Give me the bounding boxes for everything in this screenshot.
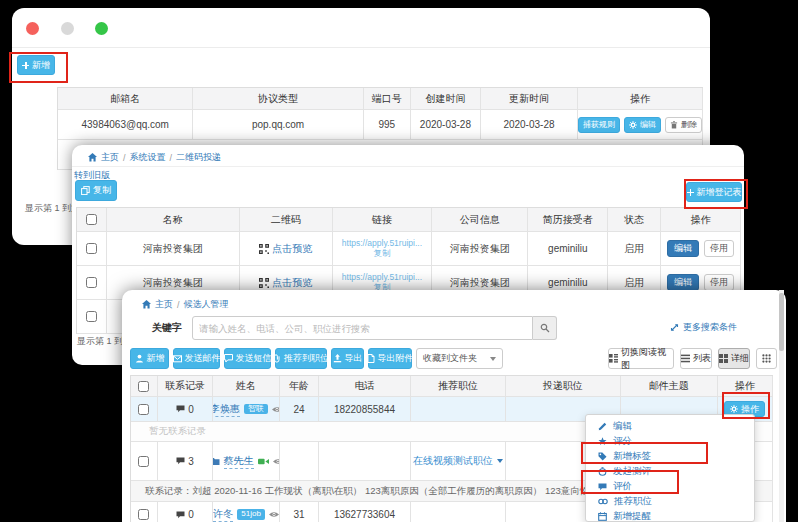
detail-view-button[interactable]: 详细 [718,348,750,369]
capture-rules-button[interactable]: 捕获规则 [578,117,620,133]
row-checkbox[interactable] [138,509,149,520]
row-actions-menu: 编辑 评分 新增标签 发起测评 评价 推荐职位 [585,414,755,522]
edit-button[interactable]: 编辑 [667,240,699,257]
contact-count-cell: 0 [158,502,213,522]
envelope-icon [173,355,182,363]
port-cell: 995 [364,110,411,140]
send-sms-button[interactable]: 发送短信 [224,348,271,369]
col-qrcode: 二维码 [240,208,333,232]
qr-preview-cell: 点击预览 [240,232,333,266]
col-mail-subject: 邮件主题 [621,376,718,397]
search-button[interactable] [533,316,557,340]
annotation-box-add-tag [581,442,708,464]
video-icon [258,458,269,465]
name-cell: 河南投资集团 [107,232,240,266]
chat-count-icon [176,405,185,413]
grid-view-button[interactable] [756,348,777,369]
candidate-name-link[interactable]: 蔡先生 [224,454,254,469]
menu-item-add-reminder[interactable]: 新增提醒 [586,509,754,522]
email-cell: 43984063@qq.com [58,110,193,140]
apply-url-link[interactable]: https://apply.51ruipi... [342,272,422,282]
select-all-checkbox[interactable] [138,381,149,392]
actions-cell: 捕获规则 编辑 删除 [578,110,703,140]
candidate-name-link[interactable]: 许冬 [213,507,233,522]
row-checkbox[interactable] [86,311,97,322]
qrcode-table-header: 名称 二维码 链接 公司信息 简历接受者 状态 操作 [77,208,741,232]
phone-cell: 13627733604 [319,502,411,522]
eye-icon[interactable] [272,406,280,413]
breadcrumb-home[interactable]: 主页 [155,298,173,311]
click-preview-link[interactable]: 点击预览 [272,242,312,256]
name-cell: 蔡先生 [213,442,280,481]
row-checkbox[interactable] [86,243,97,254]
qrcode-icon [259,244,269,254]
add-candidate-button[interactable]: 新增 [130,348,169,369]
phone-cell: 18220855844 [319,397,411,422]
send-email-button[interactable]: 发送邮件 [173,348,220,369]
candidate-name-link[interactable]: 李焕惠 [213,402,240,417]
job-link[interactable]: 在线视频测试职位 [413,454,493,468]
edit-button[interactable]: 编辑 [667,274,699,291]
col-protocol: 协议类型 [193,88,363,110]
updated-cell: 2020-03-28 [481,110,578,140]
col-actions: 操作 [578,88,703,110]
annotation-box-add-button [9,52,68,83]
pencil-icon [598,422,607,431]
list-view-button[interactable]: 列表 [680,348,712,369]
list-view-icon [681,354,690,363]
more-search-conditions-link[interactable]: 更多搜索条件 [670,321,737,334]
annotation-box-add-registration [684,179,748,209]
name-cell: 许冬 51job [213,502,280,522]
breadcrumb-qrcode[interactable]: 二维码投递 [176,151,221,164]
search-input[interactable] [192,316,533,340]
export-attachments-button[interactable]: 导出附件 [368,348,412,369]
menu-item-edit[interactable]: 编辑 [586,419,754,434]
col-contact-records: 联系记录 [158,376,213,397]
mailbox-table-header: 邮箱名 协议类型 端口号 创建时间 更新时间 操作 [58,88,703,110]
col-link: 链接 [333,208,433,232]
breadcrumb-candidates[interactable]: 候选人管理 [184,298,229,311]
maximize-window-icon[interactable] [95,22,108,35]
chat-count-icon [176,511,185,519]
delete-mailbox-button[interactable]: 删除 [665,117,702,133]
disable-button[interactable]: 停用 [704,274,734,291]
person-icon [135,354,144,363]
age-cell: 31 [280,502,319,522]
row-checkbox[interactable] [138,456,149,467]
row-checkbox[interactable] [86,277,97,288]
contact-count-cell: 0 [158,397,213,422]
col-recommended-job: 推荐职位 [411,376,506,397]
gear-icon [629,121,637,129]
recommended-job-cell [411,502,506,522]
recommend-to-job-button[interactable]: 推荐到职位 [275,348,327,369]
eye-icon[interactable] [273,458,280,465]
menu-item-recommend-job[interactable]: 推荐职位 [586,494,754,509]
copy-link[interactable]: 复制 [373,248,390,260]
scrollbar[interactable] [779,290,784,522]
scrollbar-thumb[interactable] [779,293,784,351]
speech-bubble-icon [224,354,233,363]
click-preview-link[interactable]: 点击预览 [272,276,312,290]
apply-url-link[interactable]: https://apply.51ruipi... [342,238,422,248]
col-created: 创建时间 [411,88,481,110]
folder-icon [213,457,219,466]
source-badge: 51job [237,509,265,520]
protocol-cell: pop.qq.com [193,110,363,140]
copy-button[interactable]: 复制 [75,180,117,201]
breadcrumb-system-settings[interactable]: 系统设置 [130,151,166,164]
favorite-folder-select[interactable]: 收藏到文件夹 [416,348,503,369]
edit-mailbox-button[interactable]: 编辑 [624,117,661,133]
row-checkbox[interactable] [138,404,149,415]
eye-icon[interactable] [269,511,279,518]
disable-button[interactable]: 停用 [704,240,734,257]
close-window-icon[interactable] [26,22,39,35]
status-cell: 启用 [608,232,661,266]
link-icon [598,498,608,505]
breadcrumb-home[interactable]: 主页 [101,151,119,164]
toggle-read-view-button[interactable]: 切换阅读视图 [608,348,674,369]
select-all-checkbox[interactable] [86,214,97,225]
grid-view-icon [762,354,771,363]
minimize-window-icon[interactable] [61,22,74,35]
export-button[interactable]: 导出 [331,348,364,369]
col-phone: 电话 [319,376,411,397]
